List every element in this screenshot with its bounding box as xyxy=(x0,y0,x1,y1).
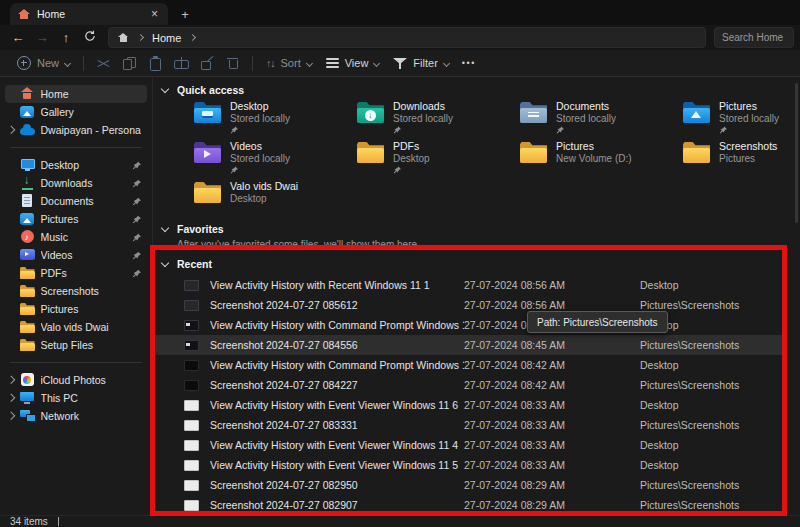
folder-glyph-icon xyxy=(202,111,213,118)
sidebar-item[interactable]: Setup Files xyxy=(5,336,147,354)
recent-header[interactable]: Recent xyxy=(162,257,800,270)
sidebar-item[interactable]: Videos xyxy=(5,246,147,264)
sidebar-item[interactable]: Music xyxy=(5,228,147,246)
file-thumbnail-icon xyxy=(184,500,199,511)
quick-access-tile[interactable]: Pictures New Volume (D:) xyxy=(520,140,683,180)
file-date: 27-07-2024 08:29 AM xyxy=(464,499,640,511)
chevron-down-icon[interactable] xyxy=(161,223,169,231)
quick-access-tile[interactable]: Valo vids Dwai Desktop xyxy=(194,180,357,220)
share-button[interactable] xyxy=(194,52,220,74)
sidebar-item-label: Pictures xyxy=(41,303,142,315)
recent-file-row[interactable]: View Activity History with Event Viewer … xyxy=(154,455,782,475)
file-location: Desktop xyxy=(640,279,782,291)
recent-file-row[interactable]: Screenshot 2024-07-27 084556 27-07-2024 … xyxy=(154,335,782,355)
sort-arrows-icon: ↑↓ xyxy=(266,57,275,69)
sidebar-item[interactable]: Pictures xyxy=(5,300,147,318)
quick-access-tile[interactable]: PDFs Desktop xyxy=(357,140,520,180)
chevron-right-icon[interactable] xyxy=(7,412,15,420)
text-cursor xyxy=(58,517,59,526)
filter-button[interactable]: Filter xyxy=(386,52,455,74)
quick-access-header[interactable]: Quick access xyxy=(162,83,800,96)
sidebar-item[interactable]: Gallery xyxy=(5,103,147,121)
new-tab-button[interactable]: + xyxy=(174,3,196,25)
sidebar-item-label: Videos xyxy=(41,249,127,261)
recent-file-row[interactable]: Screenshot 2024-07-27 085612 27-07-2024 … xyxy=(154,295,782,315)
quick-access-tile[interactable]: Downloads Stored locally xyxy=(357,100,520,140)
file-thumbnail-icon xyxy=(184,480,199,491)
file-name: Screenshot 2024-07-27 084227 xyxy=(210,379,464,391)
paste-button[interactable] xyxy=(142,52,168,74)
quick-access-tile[interactable]: Videos Stored locally xyxy=(194,140,357,180)
pin-icon xyxy=(230,166,238,174)
recent-file-row[interactable]: Screenshot 2024-07-27 084227 27-07-2024 … xyxy=(154,375,782,395)
sidebar-item[interactable]: Documents xyxy=(5,192,147,210)
recent-file-row[interactable]: View Activity History with Command Promp… xyxy=(154,315,782,335)
sidebar-item[interactable]: Screenshots xyxy=(5,282,147,300)
sidebar-item[interactable]: Downloads xyxy=(5,174,147,192)
breadcrumb-home-icon[interactable] xyxy=(118,33,129,43)
file-location: Desktop xyxy=(640,359,782,371)
ellipsis-icon: ••• xyxy=(462,58,476,68)
breadcrumb[interactable]: Home xyxy=(152,32,181,44)
quick-access-tile[interactable]: Documents Stored locally xyxy=(520,100,683,140)
refresh-button[interactable] xyxy=(78,30,102,45)
pin-icon xyxy=(132,269,141,278)
delete-button[interactable] xyxy=(220,52,246,74)
address-bar[interactable]: Home xyxy=(108,27,706,48)
back-button[interactable]: ← xyxy=(6,30,30,45)
chevron-down-icon[interactable] xyxy=(161,258,169,266)
view-button[interactable]: View xyxy=(319,52,387,74)
close-tab-icon[interactable]: × xyxy=(149,8,160,20)
chevron-down-icon[interactable] xyxy=(161,84,169,92)
sidebar-item-label: Dwaipayan - Personal xyxy=(41,124,142,136)
recent-file-row[interactable]: View Activity History with Event Viewer … xyxy=(154,435,782,455)
more-options-button[interactable]: ••• xyxy=(456,52,482,74)
recent-file-row[interactable]: Screenshot 2024-07-27 082907 27-07-2024 … xyxy=(154,495,782,515)
sort-button[interactable]: ↑↓ Sort xyxy=(259,52,319,74)
rename-button[interactable] xyxy=(168,52,194,74)
sidebar-item[interactable]: Network xyxy=(5,407,147,425)
new-button[interactable]: New xyxy=(10,52,77,74)
chevron-right-icon[interactable] xyxy=(7,394,15,402)
sidebar-item[interactable]: Home xyxy=(5,85,147,103)
quick-access-tile[interactable]: Pictures Stored locally xyxy=(683,100,800,140)
up-button[interactable]: ↑ xyxy=(54,30,78,45)
recent-file-row[interactable]: View Activity History with Event Viewer … xyxy=(154,395,782,415)
scrollbar-thumb[interactable] xyxy=(795,83,798,223)
quick-access-tile[interactable]: Screenshots Pictures xyxy=(683,140,800,180)
sidebar-item[interactable]: PDFs xyxy=(5,264,147,282)
sidebar-item[interactable]: Dwaipayan - Personal xyxy=(5,121,147,139)
sidebar-item[interactable]: Pictures xyxy=(5,210,147,228)
tile-subtitle: Pictures xyxy=(719,153,777,164)
sidebar-item-icon xyxy=(20,248,35,262)
recent-file-row[interactable]: Screenshot 2024-07-27 082950 27-07-2024 … xyxy=(154,475,782,495)
favorites-header[interactable]: Favorites xyxy=(162,222,800,235)
section-title: Quick access xyxy=(177,84,244,96)
quick-access-tile[interactable]: Desktop Stored locally xyxy=(194,100,357,140)
sidebar-item[interactable]: Desktop xyxy=(5,156,147,174)
sidebar-item-icon xyxy=(20,373,35,387)
sidebar-item[interactable]: This PC xyxy=(5,389,147,407)
file-name: Screenshot 2024-07-27 084556 xyxy=(210,339,464,351)
sidebar-item[interactable]: Valo vids Dwai xyxy=(5,318,147,336)
pin-icon xyxy=(719,126,727,134)
recent-file-row[interactable]: View Activity History with Command Promp… xyxy=(154,355,782,375)
new-label: New xyxy=(37,57,59,69)
chevron-right-icon[interactable] xyxy=(7,126,15,134)
file-name: View Activity History with Command Promp… xyxy=(210,359,464,371)
recent-file-row[interactable]: Screenshot 2024-07-27 083331 27-07-2024 … xyxy=(154,415,782,435)
copy-button[interactable] xyxy=(116,52,142,74)
forward-button[interactable]: → xyxy=(30,30,54,45)
recent-file-row[interactable]: View Activity History with Recent Window… xyxy=(154,275,782,295)
sidebar-item-icon xyxy=(20,212,35,226)
chevron-right-icon[interactable] xyxy=(7,376,15,384)
cut-button[interactable] xyxy=(90,52,116,74)
file-thumbnail-icon xyxy=(184,300,199,311)
tile-name: Valo vids Dwai xyxy=(230,180,298,192)
view-icon xyxy=(326,58,339,68)
tab-home[interactable]: Home × xyxy=(10,3,168,25)
search-input[interactable]: Search Home xyxy=(714,27,794,48)
file-name: Screenshot 2024-07-27 082907 xyxy=(210,499,464,511)
section-title: Favorites xyxy=(177,223,224,235)
sidebar-item[interactable]: iCloud Photos xyxy=(5,371,147,389)
